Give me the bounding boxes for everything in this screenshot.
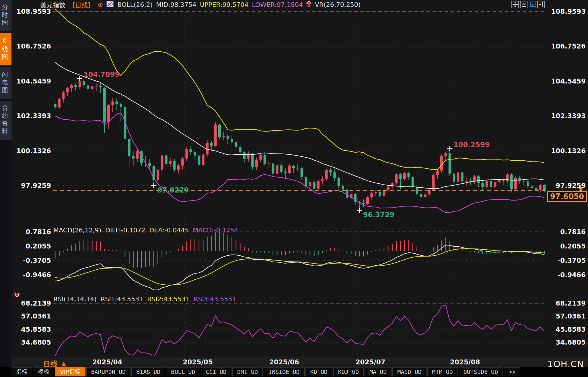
alert-up-arrow-icon — [306, 1, 311, 9]
indicator-tab-11[interactable]: MA_UD — [365, 367, 392, 376]
alert-dot-icon[interactable] — [13, 291, 21, 300]
boll-lower-value: LOWER:97.1804 — [252, 1, 303, 8]
collapse-panel-tool-icon[interactable] — [537, 1, 545, 8]
vr-label: VR(26,70,250) — [315, 1, 361, 8]
indicator-tab-5[interactable]: BOLL_UD — [166, 367, 200, 376]
indicator-tabbar: 指标模板VIP指标BARUPDN_UDBIAS_UDBOLL_UDCCI_UDD… — [0, 367, 588, 377]
macd-header: MACD(26,12,9) DIFF:-0.1072 DEA:-0.0445 M… — [53, 227, 238, 234]
period-tag[interactable]: 【日线】 — [69, 0, 94, 9]
macd-dea-value: DEA:-0.0445 — [149, 227, 189, 234]
indicator-tab-9[interactable]: KD_UD — [305, 367, 332, 376]
rsi3-value: RSI3:43.5531 — [194, 296, 236, 303]
price-up-arrows-icon: ▲▲ — [579, 186, 583, 191]
boll-label: BOLL(26,2) — [117, 1, 153, 8]
chart-toolbar — [511, 1, 545, 8]
indicator-tab-7[interactable]: DMI_UD — [232, 367, 263, 376]
price-annotation: 104.7099 — [83, 71, 120, 79]
macd-hist-value: MACD:-0.1254 — [193, 227, 238, 234]
price-annotation: 100.2599 — [453, 141, 490, 149]
rsi-header: RSI(14,14,14) RSI1:43.5531 RSI2:43.5531 … — [53, 296, 236, 303]
rsi2-value: RSI2:43.5531 — [147, 296, 190, 303]
chart-canvas[interactable] — [0, 0, 588, 377]
indicator-tab-4[interactable]: BIAS_UD — [131, 367, 165, 376]
symbol-title: 美元指数 — [40, 0, 65, 9]
indicator-tab-13[interactable]: MTM_UD — [427, 367, 458, 376]
axis-scale-tool-icon[interactable] — [520, 1, 527, 8]
macd-label: MACD(26,12,9) — [53, 227, 101, 234]
indicator-tab-0[interactable]: 指标 — [11, 367, 32, 376]
rsi-pane — [55, 305, 544, 357]
last-price-box: 97.6050 — [547, 191, 587, 202]
rsi1-value: RSI1:43.5531 — [101, 296, 143, 303]
indicator-tab-15[interactable]: >> — [504, 367, 520, 376]
mini-chart-icon — [106, 1, 114, 9]
indicator-tab-14[interactable]: OUTSIDE_UD — [459, 367, 503, 376]
add-indicator-icon[interactable]: ⊕ — [98, 1, 103, 8]
axis-play-tool-icon[interactable] — [529, 1, 536, 8]
price-annotation: 96.3729 — [363, 211, 394, 219]
macd-pane — [55, 232, 544, 290]
boll-upper-value: UPPER:99.5704 — [200, 1, 249, 8]
indicator-tab-12[interactable]: MACD_UD — [392, 367, 426, 376]
chart-header: 美元指数 【日线】 ⊕ BOLL(26,2) MID:98.3754 UPPER… — [40, 0, 361, 9]
indicator-tab-6[interactable]: CCI_UD — [201, 367, 231, 376]
boll-mid-value: MID:98.3754 — [156, 1, 196, 8]
macd-diff-value: DIFF:-0.1072 — [105, 227, 145, 234]
price-annotation: 97.9229 — [157, 186, 189, 194]
indicator-tab-1[interactable]: 模板 — [33, 367, 54, 376]
indicator-tab-10[interactable]: KDJ_UD — [333, 367, 364, 376]
rsi-label: RSI(14,14,14) — [53, 296, 97, 303]
indicator-tab-8[interactable]: INSIDE_UD — [264, 367, 304, 376]
pan-tool-icon[interactable] — [511, 1, 519, 8]
indicator-tab-3[interactable]: BARUPDN_UD — [86, 367, 131, 376]
trading-app-window: 分时图K线图闪电图合约资料 美元指数 【日线】 ⊕ BOLL(26,2) MID… — [0, 0, 588, 377]
candle-pane — [54, 9, 546, 213]
indicator-tab-2[interactable]: VIP指标 — [55, 367, 85, 376]
